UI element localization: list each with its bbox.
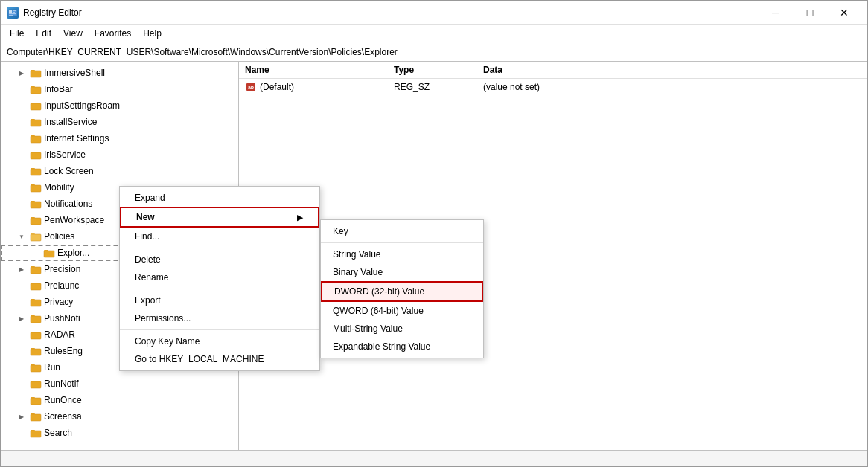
window-controls: ─ □ ✕ — [759, 1, 861, 25]
svg-rect-64 — [31, 381, 35, 383]
menu-favorites[interactable]: Favorites — [89, 27, 137, 40]
expand-arrow — [16, 214, 28, 226]
item-label: InstallService — [44, 117, 97, 127]
menu-bar: File Edit View Favorites Help — [1, 25, 867, 42]
tree-item-screensa[interactable]: Screensa — [1, 408, 238, 425]
svg-rect-2 — [13, 10, 16, 11]
sub-ctx-string-value[interactable]: String Value — [321, 245, 483, 263]
close-button[interactable]: ✕ — [827, 1, 861, 25]
tree-item-installservice[interactable]: InstallService — [1, 114, 238, 130]
folder-icon — [30, 296, 42, 308]
ctx-new-arrow: ▶ — [297, 213, 303, 222]
tree-item-runnotif[interactable]: RunNotif — [1, 376, 238, 392]
menu-view[interactable]: View — [57, 27, 89, 40]
item-label: Policies — [44, 231, 74, 242]
maximize-button[interactable]: □ — [793, 1, 827, 25]
folder-icon — [30, 361, 42, 373]
app-icon — [7, 7, 19, 19]
sub-ctx-binary-value[interactable]: Binary Value — [321, 263, 483, 281]
sub-ctx-binary-label: Binary Value — [333, 267, 383, 277]
item-label: Privacy — [44, 297, 73, 307]
sub-ctx-qword[interactable]: QWORD (64-bit) Value — [321, 302, 483, 320]
svg-rect-37 — [31, 234, 35, 236]
svg-rect-43 — [31, 266, 35, 268]
folder-icon — [30, 345, 42, 357]
folder-icon — [30, 116, 42, 128]
ctx-rename[interactable]: Rename — [120, 268, 319, 286]
item-label: RunNotif — [44, 379, 79, 389]
ctx-export[interactable]: Export — [120, 292, 319, 309]
svg-rect-13 — [31, 103, 35, 105]
svg-rect-67 — [31, 397, 35, 399]
col-data-header: Data — [483, 65, 861, 75]
ctx-rename-label: Rename — [135, 272, 168, 283]
expand-arrow — [16, 181, 28, 193]
folder-icon — [30, 149, 42, 161]
tree-item-irisservice[interactable]: IrisService — [1, 146, 238, 163]
expand-arrow — [16, 329, 28, 341]
ctx-find[interactable]: Find... — [120, 228, 319, 245]
ctx-new-label: New — [136, 212, 155, 222]
svg-rect-34 — [31, 217, 35, 219]
expand-arrow — [16, 165, 28, 177]
folder-icon — [30, 165, 42, 177]
tree-item-internetsettings[interactable]: Internet Settings — [1, 130, 238, 146]
folder-icon — [30, 67, 42, 79]
svg-rect-28 — [31, 184, 35, 187]
sub-ctx-multi-string-label: Multi-String Value — [333, 323, 403, 334]
svg-rect-31 — [31, 201, 35, 203]
folder-icon — [30, 83, 42, 95]
ctx-separator-3 — [120, 329, 319, 330]
sub-ctx-expandable-label: Expandable String Value — [333, 341, 430, 352]
tree-item-immersiveshell[interactable]: ImmersiveShell — [1, 65, 238, 81]
expand-arrow — [16, 410, 28, 422]
svg-rect-61 — [31, 364, 35, 367]
item-label: Mobility — [44, 182, 74, 193]
expand-arrow — [16, 132, 28, 144]
expand-arrow — [16, 198, 28, 210]
sub-ctx-expandable-string[interactable]: Expandable String Value — [321, 338, 483, 355]
folder-icon — [30, 181, 42, 193]
item-label: Run — [44, 362, 60, 373]
svg-rect-46 — [31, 283, 35, 285]
row-name: ab (Default) — [245, 81, 394, 93]
item-label: Explor... — [57, 248, 89, 258]
ctx-delete[interactable]: Delete — [120, 251, 319, 268]
item-label: RulesEng — [44, 346, 83, 356]
ctx-new[interactable]: New ▶ — [120, 207, 319, 228]
svg-rect-49 — [31, 299, 35, 301]
menu-edit[interactable]: Edit — [30, 27, 57, 40]
detail-row-default[interactable]: ab (Default) REG_SZ (value not set) — [239, 79, 867, 95]
expand-arrow — [16, 378, 28, 390]
menu-help[interactable]: Help — [137, 27, 167, 40]
ctx-copy-key-label: Copy Key Name — [135, 336, 200, 347]
col-type-header: Type — [394, 65, 483, 75]
svg-rect-10 — [31, 86, 35, 88]
sub-ctx-multi-string[interactable]: Multi-String Value — [321, 320, 483, 338]
sub-ctx-dword[interactable]: DWORD (32-bit) Value — [321, 281, 483, 302]
ctx-goto-hklm[interactable]: Go to HKEY_LOCAL_MACHINE — [120, 350, 319, 368]
ctx-separator-1 — [120, 248, 319, 248]
tree-item-inputsettingsroam[interactable]: InputSettingsRoam — [1, 97, 238, 114]
menu-file[interactable]: File — [4, 27, 30, 40]
tree-item-runonce[interactable]: RunOnce — [1, 392, 238, 408]
minimize-button[interactable]: ─ — [759, 1, 793, 25]
item-label: PenWorkspace — [44, 215, 104, 225]
folder-icon — [43, 247, 55, 259]
sub-separator-1 — [321, 242, 483, 243]
sub-ctx-qword-label: QWORD (64-bit) Value — [333, 306, 424, 316]
tree-item-infobar[interactable]: InfoBar — [1, 81, 238, 97]
ctx-export-label: Export — [135, 295, 161, 306]
folder-icon — [30, 100, 42, 112]
expand-arrow — [16, 312, 28, 324]
ctx-copy-key[interactable]: Copy Key Name — [120, 332, 319, 350]
sub-ctx-key[interactable]: Key — [321, 222, 483, 240]
tree-item-search[interactable]: Search — [1, 425, 238, 441]
svg-rect-52 — [31, 315, 35, 318]
ctx-expand[interactable]: Expand — [120, 189, 319, 207]
title-bar: Registry Editor ─ □ ✕ — [1, 1, 867, 25]
ctx-expand-label: Expand — [135, 193, 165, 203]
svg-rect-5 — [9, 15, 13, 16]
tree-item-lockscreen[interactable]: Lock Screen — [1, 163, 238, 179]
ctx-permissions[interactable]: Permissions... — [120, 309, 319, 327]
